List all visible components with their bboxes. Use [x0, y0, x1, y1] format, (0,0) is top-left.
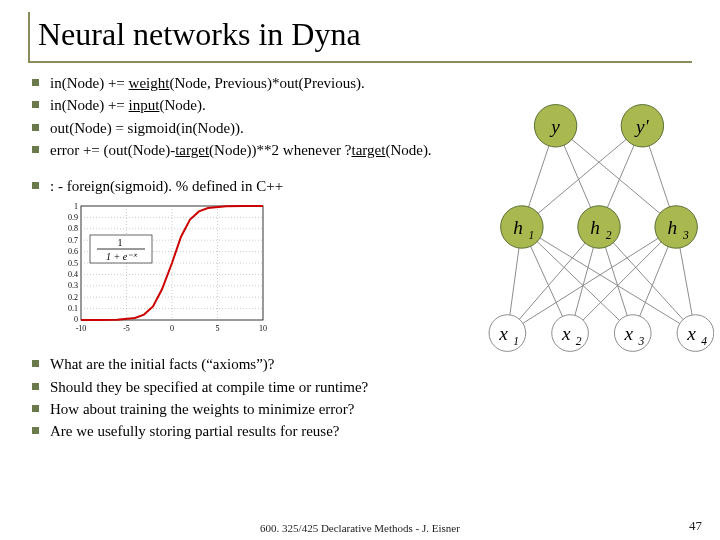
node-label: y' [634, 116, 650, 137]
svg-text:0.6: 0.6 [68, 247, 78, 256]
svg-text:0.1: 0.1 [68, 304, 78, 313]
bullet-line: Should they be specified at compile time… [28, 377, 692, 397]
text: in(Node) += [50, 75, 129, 91]
text: (Node, Previous)*out(Previous). [169, 75, 364, 91]
bullet-line: in(Node) += weight(Node, Previous)*out(P… [28, 73, 692, 93]
node-label: y [549, 116, 560, 137]
svg-text:5: 5 [216, 324, 220, 333]
svg-text:1 + e⁻ˣ: 1 + e⁻ˣ [106, 251, 138, 262]
svg-line-36 [522, 126, 643, 227]
bullet-line: How about training the weights to minimi… [28, 399, 692, 419]
svg-text:-10: -10 [76, 324, 87, 333]
sigmoid-chart: 0 0.1 0.2 0.3 0.4 0.5 0.6 0.7 0.8 0.9 1 … [48, 200, 273, 340]
nn-diagram: y y' h 1 h 2 h 3 x 1 x 2 x 3 x 4 [484, 92, 714, 362]
underlined: weight [129, 75, 170, 91]
text: out(Node) = sigmoid(in(Node)). [50, 120, 244, 136]
node-sub: 3 [682, 229, 689, 242]
svg-text:0: 0 [74, 315, 78, 324]
svg-text:0.5: 0.5 [68, 259, 78, 268]
svg-text:0.7: 0.7 [68, 236, 78, 245]
svg-text:0.8: 0.8 [68, 224, 78, 233]
title-container: Neural networks in Dyna [28, 12, 692, 63]
text: in(Node) += [50, 97, 129, 113]
svg-text:0.2: 0.2 [68, 293, 78, 302]
underlined: input [129, 97, 160, 113]
text: (Node))**2 whenever ? [209, 142, 351, 158]
text: error += (out(Node)- [50, 142, 175, 158]
node-label: x [561, 323, 571, 344]
node-label: x [624, 323, 634, 344]
node-sub: 4 [701, 335, 707, 348]
node-sub: 1 [529, 229, 535, 242]
node-sub: 1 [513, 335, 519, 348]
node-sub: 2 [576, 335, 582, 348]
node-label: x [498, 323, 508, 344]
node-sub: 2 [606, 229, 612, 242]
slide-title: Neural networks in Dyna [38, 16, 692, 53]
svg-text:1: 1 [118, 237, 123, 248]
underlined: target [352, 142, 386, 158]
svg-text:1: 1 [74, 202, 78, 211]
node-label: x [686, 323, 696, 344]
svg-text:0.4: 0.4 [68, 270, 78, 279]
underlined: target [175, 142, 209, 158]
svg-text:0.9: 0.9 [68, 213, 78, 222]
question-bullets: What are the initial facts (“axioms”)? S… [28, 354, 692, 441]
slide-footer: 600. 325/425 Declarative Methods - J. Ei… [0, 522, 720, 534]
node-label: h [590, 217, 600, 238]
node-label: h [513, 217, 523, 238]
text: (Node). [159, 97, 205, 113]
svg-text:0.3: 0.3 [68, 281, 78, 290]
svg-text:-5: -5 [123, 324, 130, 333]
svg-text:0: 0 [170, 324, 174, 333]
svg-text:10: 10 [259, 324, 267, 333]
node-label: h [667, 217, 677, 238]
page-number: 47 [689, 518, 702, 534]
text: (Node). [385, 142, 431, 158]
node-sub: 3 [638, 335, 645, 348]
svg-line-35 [556, 126, 677, 227]
bullet-line: Are we usefully storing partial results … [28, 421, 692, 441]
